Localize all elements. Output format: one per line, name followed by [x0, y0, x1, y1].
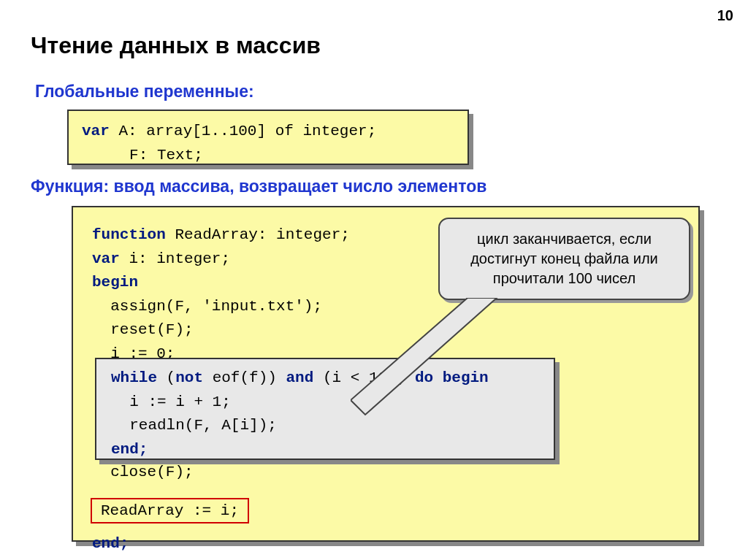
- callout-text: цикл заканчивается, если достигнут конец…: [438, 218, 690, 300]
- code-box-globals: var A: array[1..100] of integer; F: Text…: [67, 110, 469, 165]
- slide-title: Чтение данных в массив: [31, 32, 321, 59]
- page-number: 10: [717, 7, 733, 24]
- keyword-function: function: [92, 226, 166, 243]
- code-box-while: while (not eof(f)) and (i < 100) do begi…: [95, 358, 555, 460]
- code-globals-content: var A: array[1..100] of integer; F: Text…: [67, 110, 469, 165]
- keyword-and: and: [286, 369, 313, 386]
- highlight-return-value: ReadArray := i;: [91, 498, 249, 523]
- keyword-while: while: [111, 369, 157, 386]
- code-while-content: while (not eof(f)) and (i < 100) do begi…: [95, 358, 555, 460]
- keyword-end-inner: end;: [111, 441, 148, 458]
- subtitle-function: Функция: ввод массива, возвращает число …: [31, 177, 486, 196]
- keyword-var2: var: [92, 250, 120, 267]
- keyword-do-begin: do begin: [415, 369, 489, 386]
- keyword-not: not: [175, 369, 203, 386]
- callout-box: цикл заканчивается, если достигнут конец…: [438, 218, 690, 300]
- subtitle-globals: Глобальные переменные:: [35, 82, 254, 101]
- keyword-end: end;: [92, 535, 129, 552]
- keyword-begin: begin: [92, 274, 138, 291]
- keyword-var: var: [82, 123, 110, 139]
